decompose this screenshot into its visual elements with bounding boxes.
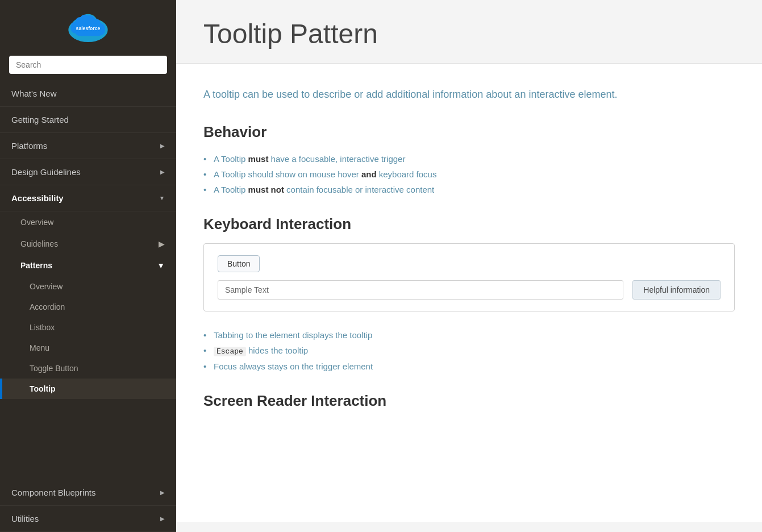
sidebar-item-accordion[interactable]: Accordion	[0, 297, 176, 317]
behavior-list: A Tooltip must have a focusable, interac…	[203, 151, 735, 197]
sidebar-item-getting-started[interactable]: Getting Started	[0, 107, 176, 133]
escape-code: Escape	[214, 347, 246, 356]
demo-text-row: Helpful information	[218, 280, 721, 300]
sidebar: salesforce What's New Getting Started Pl…	[0, 0, 176, 532]
sidebar-item-toggle-button[interactable]: Toggle Button	[0, 358, 176, 379]
behavior-bullet-1: A Tooltip must have a focusable, interac…	[203, 151, 735, 167]
chevron-right-icon: ▶	[160, 489, 165, 496]
sidebar-item-platforms[interactable]: Platforms ▶	[0, 133, 176, 159]
sidebar-item-whats-new[interactable]: What's New	[0, 81, 176, 107]
sidebar-item-tooltip[interactable]: Tooltip	[0, 379, 176, 399]
page-header: Tooltip Pattern	[176, 0, 762, 64]
chevron-right-icon: ▶	[160, 169, 165, 175]
main-content: Tooltip Pattern A tooltip can be used to…	[176, 0, 762, 532]
screen-reader-heading: Screen Reader Interaction	[203, 392, 735, 410]
behavior-bullet-3: A Tooltip must not contain focusable or …	[203, 182, 735, 197]
demo-button-row: Button	[218, 255, 721, 272]
demo-text-field[interactable]	[218, 280, 623, 300]
keyboard-bullet-1: Tabbing to the element displays the tool…	[203, 327, 735, 343]
sidebar-item-component-blueprints[interactable]: Component Blueprints ▶	[0, 480, 176, 506]
search-input[interactable]	[9, 56, 167, 74]
sidebar-item-design-guidelines[interactable]: Design Guidelines ▶	[0, 159, 176, 185]
sidebar-item-patterns[interactable]: Patterns ▼	[0, 255, 176, 276]
tooltip-badge: Helpful information	[632, 280, 721, 300]
keyboard-bullet-2: Escape hides the tooltip	[203, 343, 735, 359]
sidebar-logo: salesforce	[0, 0, 176, 50]
behavior-bullet-2: A Tooltip should show on mouse hover and…	[203, 167, 735, 182]
keyboard-demo-box: Button Helpful information	[203, 243, 735, 311]
page-body: A tooltip can be used to describe or add…	[176, 64, 762, 522]
keyboard-bullet-3: Focus always stays on the trigger elemen…	[203, 359, 735, 374]
svg-text:salesforce: salesforce	[76, 26, 101, 31]
chevron-right-icon: ▶	[159, 239, 165, 248]
chevron-right-icon: ▶	[160, 143, 165, 149]
chevron-right-icon: ▶	[160, 516, 165, 522]
chevron-down-icon: ▼	[159, 195, 165, 201]
sidebar-item-overview[interactable]: Overview	[0, 211, 176, 233]
sidebar-item-listbox[interactable]: Listbox	[0, 317, 176, 338]
salesforce-logo-icon: salesforce	[65, 10, 111, 42]
behavior-heading: Behavior	[203, 123, 735, 141]
sidebar-item-utilities[interactable]: Utilities ▶	[0, 506, 176, 532]
intro-text: A tooltip can be used to describe or add…	[203, 86, 647, 103]
sidebar-item-accessibility[interactable]: Accessibility ▼	[0, 185, 176, 211]
page-title: Tooltip Pattern	[203, 18, 735, 49]
sidebar-item-guidelines[interactable]: Guidelines ▶	[0, 233, 176, 255]
sidebar-item-pat-overview[interactable]: Overview	[0, 276, 176, 297]
keyboard-demo-inner: Button Helpful information	[204, 244, 734, 311]
sidebar-item-menu[interactable]: Menu	[0, 338, 176, 358]
search-container	[0, 50, 176, 81]
keyboard-heading: Keyboard Interaction	[203, 215, 735, 233]
keyboard-list: Tabbing to the element displays the tool…	[203, 327, 735, 374]
demo-button[interactable]: Button	[218, 255, 260, 272]
chevron-down-icon: ▼	[157, 261, 165, 270]
